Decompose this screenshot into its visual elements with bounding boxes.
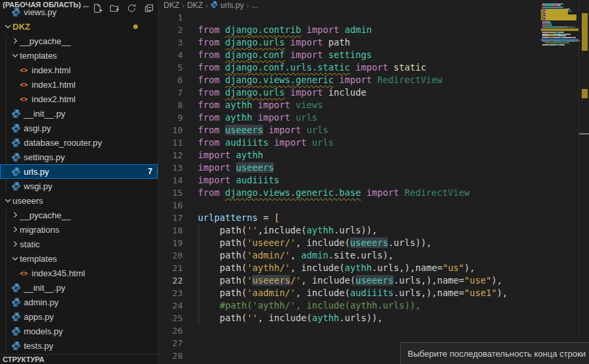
- tree-file-index345-html[interactable]: <>index345.html: [0, 266, 158, 280]
- refresh-icon[interactable]: [125, 2, 138, 14]
- code-line-22[interactable]: 22 path('useeers/', include(useeers.urls…: [158, 274, 541, 287]
- tree-item-label: urls.py: [24, 167, 49, 177]
- workspace-title: (РАБОЧАЯ ОБЛАСТЬ) ...: [3, 1, 89, 9]
- python-file-icon: [11, 311, 21, 322]
- breadcrumb-item-urls-py[interactable]: urls.py: [210, 1, 243, 11]
- breadcrumb-item-dkz[interactable]: DKZ: [164, 1, 179, 10]
- tree-file-models-py[interactable]: models.py: [0, 324, 158, 338]
- tree-file-index-html[interactable]: <>index.html: [0, 63, 158, 77]
- code-line-8[interactable]: 8from aythh import views: [158, 99, 541, 111]
- tree-item-label: admin.py: [24, 297, 59, 307]
- minimap-line: [542, 5, 561, 6]
- code-line-6[interactable]: 6from django.views.generic import Redire…: [158, 74, 541, 86]
- tree-item-label: useeers: [13, 196, 43, 206]
- code-line-5[interactable]: 5from django.conf.urls.static import sta…: [158, 61, 541, 74]
- tree-item-label: static: [20, 239, 40, 249]
- code-text: from audiiits import urls: [198, 136, 334, 149]
- code-text: import audiiits: [198, 174, 280, 187]
- tree-item-label: database_roouter.py: [24, 138, 102, 148]
- code-text: from aythh import views: [198, 99, 323, 111]
- code-line-13[interactable]: 13import useeers: [158, 162, 541, 174]
- tree-file-urls-py[interactable]: urls.py7: [0, 164, 158, 179]
- breadcrumb-separator: ›: [181, 1, 185, 9]
- chevron-right-icon: [11, 239, 20, 249]
- tree-item-label: __init__.py: [24, 283, 65, 293]
- minimap-line: [542, 22, 551, 24]
- minimap-line: [542, 7, 563, 8]
- code-line-15[interactable]: 15from django.views.generic.base import …: [158, 187, 541, 199]
- python-file-icon: [11, 282, 21, 293]
- tree-folder-templates[interactable]: templates: [0, 251, 158, 266]
- tree-file-tests-py[interactable]: tests.py: [0, 338, 158, 353]
- outline-section-header[interactable]: СТРУКТУРА: [0, 354, 158, 364]
- code-line-24[interactable]: 24 #path('aythh/', include(aythh.urls)),: [158, 299, 541, 312]
- code-line-19[interactable]: 19 path('useeer/', include(useeers.urls)…: [158, 237, 541, 249]
- code-text: from useeers import urls: [198, 124, 328, 136]
- minimap-line: [542, 42, 569, 44]
- breadcrumb: DKZ›DKZ›urls.py›...: [164, 0, 258, 11]
- code-text: from aythh import urls: [198, 111, 317, 124]
- code-line-21[interactable]: 21 path('aythh/', include(aythh.urls,),n…: [158, 262, 541, 274]
- chevron-down-icon: [3, 196, 13, 205]
- code-line-3[interactable]: 3from django.urls import path: [158, 36, 541, 49]
- code-line-11[interactable]: 11from audiiits import urls: [158, 136, 541, 149]
- tree-file-wsgi-py[interactable]: wsgi.py: [0, 179, 158, 193]
- tree-item-label: apps.py: [24, 312, 54, 322]
- code-area[interactable]: 12from django.contrib import admin3from …: [158, 11, 541, 364]
- code-line-25[interactable]: 25 path('', include(aythh.urls)),: [158, 312, 541, 324]
- explorer-sidebar: views.pyDKZ__pycache__templates<>index.h…: [0, 0, 158, 364]
- tree-folder-dkz[interactable]: DKZ: [0, 19, 158, 34]
- tree-folder-migrations[interactable]: migrations: [0, 222, 158, 237]
- tree-file-asgi-py[interactable]: asgi.py: [0, 121, 158, 135]
- breadcrumb-item--[interactable]: ...: [251, 1, 258, 10]
- python-file-icon: [11, 108, 21, 119]
- code-line-4[interactable]: 4from django.conf import settings: [158, 49, 541, 61]
- new-file-icon[interactable]: [90, 2, 104, 14]
- new-folder-icon[interactable]: [108, 2, 121, 14]
- chevron-right-icon: [11, 225, 20, 234]
- line-number: 21: [158, 262, 183, 274]
- code-text: from django.contrib import admin: [198, 24, 372, 36]
- tree-file-admin-py[interactable]: admin.py: [0, 295, 158, 309]
- tree-item-label: __init__.py: [24, 109, 65, 119]
- code-line-12[interactable]: 12import aythh: [158, 149, 541, 162]
- tree-file-index1-html[interactable]: <>index1.html: [0, 77, 158, 92]
- tree-folder-static[interactable]: static: [0, 237, 158, 251]
- tree-folder--pycache-[interactable]: __pycache__: [0, 208, 158, 222]
- code-line-10[interactable]: 10from useeers import urls: [158, 124, 541, 136]
- tree-file--init-py[interactable]: __init__.py: [0, 106, 158, 121]
- code-line-9[interactable]: 9from aythh import urls: [158, 111, 541, 124]
- minimap-line: [542, 26, 575, 28]
- tree-folder--pycache-[interactable]: __pycache__: [0, 34, 158, 48]
- code-line-16[interactable]: 16: [158, 199, 541, 212]
- tree-file-database-roouter-py[interactable]: database_roouter.py: [0, 135, 158, 150]
- tree-file--init-py[interactable]: __init__.py: [0, 280, 158, 295]
- code-line-1[interactable]: 1: [158, 11, 541, 24]
- line-number: 11: [158, 136, 183, 149]
- minimap-warning-mark: [541, 28, 578, 31]
- tooltip-text: Выберите последовательность конца строки: [408, 349, 586, 359]
- modified-dot-icon: [133, 24, 138, 29]
- tree-item-label: templates: [20, 51, 57, 61]
- ruler-mark: [579, 133, 589, 135]
- tree-file-apps-py[interactable]: apps.py: [0, 309, 158, 324]
- code-text: from django.urls import path: [198, 36, 350, 49]
- minimap[interactable]: [541, 0, 578, 364]
- code-line-26[interactable]: 26: [158, 324, 541, 337]
- tree-item-label: tests.py: [24, 341, 53, 351]
- breadcrumb-item-dkz[interactable]: DKZ: [187, 1, 203, 10]
- code-line-20[interactable]: 20 path('admin/', admin.site.urls),: [158, 249, 541, 262]
- line-number: 24: [158, 299, 183, 312]
- tree-folder-useeers[interactable]: useeers: [0, 193, 158, 208]
- tree-folder-templates[interactable]: templates: [0, 48, 158, 63]
- collapse-all-icon[interactable]: [142, 2, 155, 14]
- code-line-18[interactable]: 18 path('',include(aythh.urls)),: [158, 224, 541, 237]
- overview-ruler[interactable]: [578, 0, 589, 364]
- code-line-14[interactable]: 14import audiiits: [158, 174, 541, 187]
- tree-file-settings-py[interactable]: settings.py: [0, 150, 158, 164]
- code-line-7[interactable]: 7from django.urls import include: [158, 86, 541, 99]
- code-line-23[interactable]: 23 path('aadmin/', include(audiiits.urls…: [158, 287, 541, 299]
- tree-file-index2-html[interactable]: <>index2.html: [0, 92, 158, 106]
- code-line-17[interactable]: 17urlpatterns = [: [158, 212, 541, 224]
- code-line-2[interactable]: 2from django.contrib import admin: [158, 24, 541, 36]
